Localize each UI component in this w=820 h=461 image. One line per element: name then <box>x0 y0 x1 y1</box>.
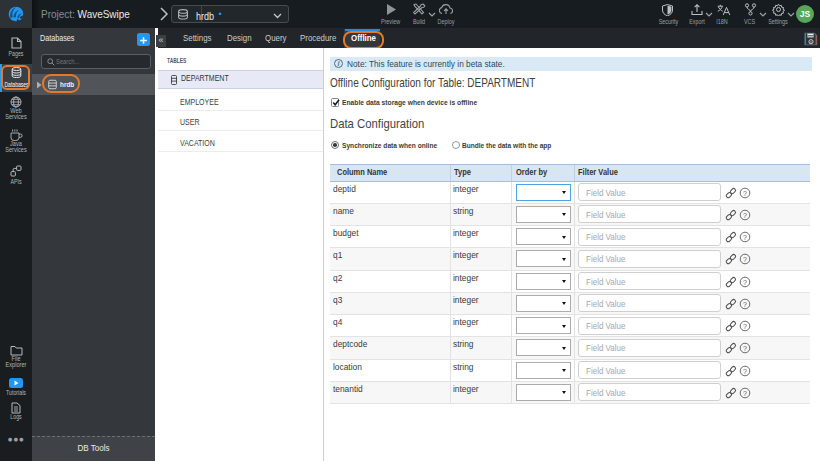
svg-text:?: ? <box>743 211 747 218</box>
svg-text:?: ? <box>743 278 747 285</box>
svg-text:?: ? <box>743 345 747 352</box>
svg-text:?: ? <box>743 234 747 241</box>
svg-text:?: ? <box>743 189 747 196</box>
svg-text:?: ? <box>743 323 747 330</box>
svg-text:?: ? <box>743 300 747 307</box>
svg-text:?: ? <box>743 256 747 263</box>
svg-text:?: ? <box>743 367 747 374</box>
svg-text:?: ? <box>743 389 747 396</box>
